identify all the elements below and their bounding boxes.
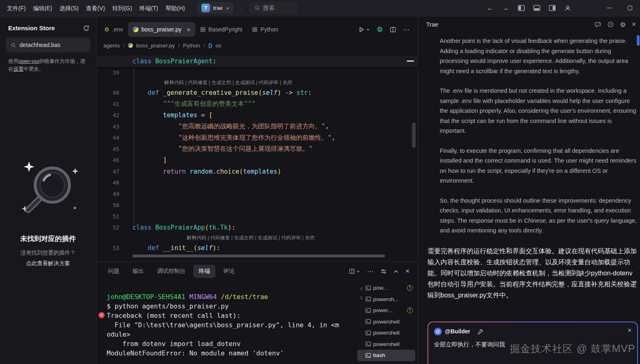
menu-item[interactable]: 转到(G) xyxy=(109,0,136,16)
workspace-switcher[interactable]: T trae xyxy=(197,2,233,14)
braces-icon: {} xyxy=(208,42,212,48)
code-text[interactable]: return random.choice(templates) xyxy=(119,168,281,175)
tab-BasedPyright[interactable]: BasedPyright xyxy=(195,22,247,37)
solution-link[interactable]: 点此查看解决方案 xyxy=(0,260,96,267)
top-fade xyxy=(418,33,640,39)
breadcrumb-item[interactable]: boss_praiser.py xyxy=(136,42,175,49)
terminal-session-power...[interactable]: power...! xyxy=(357,305,415,316)
breadcrumb-item[interactable]: agents xyxy=(103,42,120,49)
code-text[interactable]: ] xyxy=(119,156,167,164)
terminal-icon xyxy=(365,308,371,313)
terminal-session-powershell[interactable]: powershell xyxy=(357,339,415,350)
grid-icon xyxy=(200,27,206,32)
panel-tab-评论[interactable]: 评论 xyxy=(218,265,240,278)
code-text[interactable]: "您高瞻远瞩的战略眼光，为团队指明了前进方向。", xyxy=(119,122,329,131)
ai-settings-icon[interactable]: ⚙ xyxy=(377,25,383,33)
history-icon[interactable] xyxy=(607,21,614,28)
split-editor-icon[interactable] xyxy=(390,27,396,33)
search-value: detachhead.bas xyxy=(20,42,60,48)
code-text[interactable]: def __init__(self): xyxy=(119,244,220,252)
close-panel-icon[interactable]: × xyxy=(632,20,636,29)
breadcrumb-item[interactable]: Python xyxy=(183,42,200,49)
chat-scrollbar-thumb[interactable] xyxy=(637,35,640,46)
terminal-line: ×Traceback (most recent call last): xyxy=(107,311,352,320)
link-设置[interactable]: 设置 xyxy=(13,66,24,72)
terminal-session-powersh...[interactable]: └powersh... xyxy=(357,294,415,305)
terminal-output[interactable]: john@DESKTOP-SEHS4A1 MINGW64 /d/test/tra… xyxy=(107,292,352,358)
code-text[interactable]: class BossPraierApp(tk.Tk): xyxy=(119,224,235,231)
thinking-paragraph: The .env file is mentioned but not creat… xyxy=(440,86,639,136)
editor-tabs-list: ⚙.envboss_praiser.py×BasedPyrightPython xyxy=(99,22,283,37)
panel-tab-终端[interactable]: 终端 xyxy=(193,265,215,278)
editor-horizontal-scrollbar[interactable] xyxy=(132,255,385,257)
menu-item[interactable]: 帮助(H) xyxy=(162,0,188,16)
bottom-panel: 问题输出调试控制台终端评论 ⋯ × john@DESKTOP-SEHS4A1 M… xyxy=(97,261,418,364)
close-tab-icon[interactable]: × xyxy=(187,26,190,33)
panel-tabs: 问题输出调试控制台终端评论 xyxy=(103,265,240,278)
editor-vertical-scrollbar[interactable] xyxy=(412,123,416,148)
terminal-session-pow...[interactable]: ┌pow...! xyxy=(357,282,415,294)
code-line-46: 46 ] xyxy=(97,155,418,166)
terminal-session-bash[interactable]: bash xyxy=(357,350,415,361)
terminal-icon xyxy=(365,330,371,336)
code-text[interactable]: """生成富有创意的赞美文本""" xyxy=(119,100,255,108)
tab-.env[interactable]: ⚙.env xyxy=(99,22,128,37)
toggle-left-panel-icon[interactable] xyxy=(513,0,529,16)
indent-guide xyxy=(134,69,134,229)
workspace-name: trae xyxy=(213,5,222,11)
menu-item[interactable]: 选择(S) xyxy=(56,0,83,16)
clear-input-icon[interactable]: × xyxy=(627,326,631,335)
line-number: 44 xyxy=(97,134,119,141)
breadcrumb-item[interactable]: os xyxy=(215,42,221,49)
account-icon[interactable] xyxy=(560,0,575,16)
refresh-icon[interactable] xyxy=(83,25,90,31)
builder-mention[interactable]: @Builder xyxy=(445,328,470,335)
nav-forward-icon[interactable]: → xyxy=(498,0,513,16)
watermark: 掘金技术社区 @ 鼓掌MVP xyxy=(510,342,635,355)
codelens-actions[interactable]: 解释代码 | 代码修复 | 生成文档 | 生成测试 | 代码评审 | 关闭 xyxy=(187,234,315,241)
panel-tab-输出[interactable]: 输出 xyxy=(127,265,149,278)
panel-tab-调试控制台[interactable]: 调试控制台 xyxy=(152,265,191,278)
terminal-line: File "D:\test\trae\agents\boss_praiser.p… xyxy=(107,320,352,330)
minimize-button[interactable] xyxy=(599,0,620,16)
terminal-session-powershell[interactable]: powershell xyxy=(357,327,415,339)
terminal-session-powershell[interactable]: powershell xyxy=(357,316,415,328)
code-line-53: 53 def __init__(self): xyxy=(97,242,418,254)
code-text[interactable]: "您的决策智慧在这个问题上展现得淋漓尽致。" xyxy=(119,145,313,153)
new-chat-icon[interactable] xyxy=(595,21,601,28)
tool-icon[interactable] xyxy=(477,328,483,335)
panel-tab-问题[interactable]: 问题 xyxy=(103,265,125,278)
python-icon xyxy=(133,27,139,32)
maximize-button[interactable] xyxy=(620,0,640,16)
run-button[interactable] xyxy=(358,27,370,33)
maximize-panel-icon[interactable] xyxy=(394,270,398,273)
menu-item[interactable]: 文件(F) xyxy=(3,0,29,16)
line-number: 42 xyxy=(97,112,119,118)
tab-Python[interactable]: Python xyxy=(247,22,283,37)
menu-item[interactable]: 查看(V) xyxy=(82,0,109,16)
codelens-actions[interactable]: 解释代码 | 代码修复 | 生成文档 | 生成测试 | 代码评审 | 关闭 xyxy=(164,79,292,86)
menu-item[interactable]: 编辑(E) xyxy=(29,0,56,16)
settings-gear-icon[interactable]: ⚙ xyxy=(620,21,626,29)
toggle-right-panel-icon[interactable] xyxy=(544,0,560,16)
more-actions-icon[interactable]: ⋯ xyxy=(367,268,374,275)
menu-item[interactable]: 终端(T) xyxy=(136,0,162,16)
sidebar-notice: 使用open-vsx的镜像作为市场，请在设置中更改。 xyxy=(8,58,89,73)
tab-boss_praiser.py[interactable]: boss_praiser.py× xyxy=(128,22,195,37)
code-lines[interactable]: 39解释代码 | 代码修复 | 生成文档 | 生成测试 | 代码评审 | 关闭4… xyxy=(97,67,418,254)
code-text[interactable]: "这种创新思维完美体现了您作为行业领袖的前瞻性。", xyxy=(119,134,336,142)
more-actions-icon[interactable]: ⋯ xyxy=(403,26,410,33)
link-open-vsx[interactable]: open-vsx xyxy=(18,58,39,64)
sticky-scroll: class BossPraierAgent: xyxy=(97,56,418,67)
close-panel-icon[interactable]: × xyxy=(405,267,410,275)
extension-search-input[interactable]: detachhead.bas xyxy=(6,38,90,52)
global-search[interactable]: 搜索 xyxy=(249,2,298,14)
nav-back-icon[interactable]: ← xyxy=(482,0,498,16)
split-terminal-icon[interactable] xyxy=(349,268,360,274)
chat-answer: 需要完善程序的运行稳定性和界面交互体验。建议在现有代码基础上添加输入内容长度校验… xyxy=(427,246,639,301)
toggle-bottom-panel-icon[interactable] xyxy=(529,0,544,16)
editor-region: ⚙.envboss_praiser.py×BasedPyrightPython … xyxy=(97,16,418,261)
line-number: 50 xyxy=(97,202,119,208)
filter-icon[interactable] xyxy=(380,268,387,275)
code-text[interactable]: def _generate_creative_praise(self) -> s… xyxy=(119,89,312,96)
